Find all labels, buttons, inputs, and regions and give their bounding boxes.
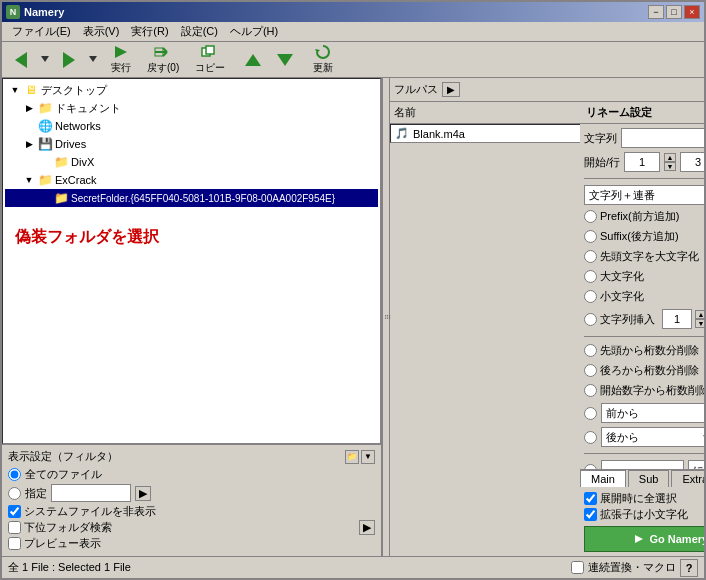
networks-icon: 🌐	[37, 118, 53, 134]
radio-from-back[interactable]	[584, 431, 597, 444]
checkbox-ext[interactable]	[584, 508, 597, 521]
checkbox-system-files[interactable]	[8, 505, 21, 518]
filter-icons: 📁 ▼	[345, 450, 375, 464]
expand-documents[interactable]: ▶	[21, 100, 37, 116]
checkbox-expand[interactable]	[584, 492, 597, 505]
insert-spin-up[interactable]: ▲	[695, 310, 704, 319]
tree-label-secret: SecretFolder.{645FF040-5081-101B-9F08-00…	[71, 193, 335, 204]
fullpath-label: フルパス	[394, 82, 438, 97]
tree-item-documents[interactable]: ▶ 📁 ドキュメント	[5, 99, 378, 117]
radio-from-front[interactable]	[584, 407, 597, 420]
expand-desktop[interactable]: ▼	[7, 82, 23, 98]
insert-spin-down[interactable]: ▼	[695, 319, 704, 328]
svg-marker-1	[41, 56, 49, 62]
replace-row: に置換	[584, 460, 704, 469]
filter-down-icon[interactable]: ▼	[361, 450, 375, 464]
subfolder-arrow[interactable]: ▶	[359, 520, 375, 535]
rename-header: リネーム設定 ×	[580, 102, 704, 124]
start-spin-down[interactable]: ▼	[664, 162, 676, 171]
radio-all-files[interactable]	[8, 468, 21, 481]
specify-input[interactable]	[51, 484, 131, 502]
down-button[interactable]	[270, 45, 300, 75]
menu-file[interactable]: ファイル(E)	[6, 23, 77, 40]
expand-excrack[interactable]: ▼	[21, 172, 37, 188]
insert-pos-input[interactable]	[662, 309, 692, 329]
replace-select[interactable]: に置換	[688, 460, 704, 469]
radio-del-head-input[interactable]	[584, 344, 597, 357]
tree-item-networks[interactable]: 🌐 Networks	[5, 117, 378, 135]
fullpath-row: フルパス ▶ 全選択	[390, 78, 704, 102]
drives-icon: 💾	[37, 136, 53, 152]
radio-upper: 大文字化	[584, 269, 704, 284]
center-divider[interactable]: ⠿	[382, 78, 390, 556]
execute-button[interactable]: 実行	[108, 41, 134, 78]
expand-networks[interactable]	[21, 118, 37, 134]
tree-item-drives[interactable]: ▶ 💾 Drives	[5, 135, 378, 153]
forward-button[interactable]	[54, 45, 84, 75]
continuous-replace-checkbox[interactable]	[571, 561, 584, 574]
tree-item-desktop[interactable]: ▼ 🖥 デスクトップ	[5, 81, 378, 99]
checkbox-preview[interactable]	[8, 537, 21, 550]
copy-button[interactable]: コピー	[192, 41, 228, 78]
tree-item-divx[interactable]: 📁 DivX	[5, 153, 378, 171]
file-tree[interactable]: ▼ 🖥 デスクトップ ▶ 📁 ドキュメント 🌐 Networks	[2, 78, 381, 444]
radio-suffix-input[interactable]	[584, 230, 597, 243]
divx-icon: 📁	[53, 154, 69, 170]
radio-del-tail-input[interactable]	[584, 364, 597, 377]
middle-panel: 名前 🎵 Blank.m4a リネーム設定 ×	[390, 102, 704, 556]
radio-del-num-input[interactable]	[584, 384, 597, 397]
checkbox-subfolder[interactable]	[8, 521, 21, 534]
menu-settings[interactable]: 設定(C)	[175, 23, 224, 40]
from-back-select[interactable]: 後から	[601, 427, 704, 447]
back-button[interactable]	[6, 45, 36, 75]
help-button[interactable]: ?	[680, 559, 698, 577]
tree-item-excrack[interactable]: ▼ 📁 ExCrack	[5, 171, 378, 189]
tree-item-secret[interactable]: 📁 SecretFolder.{645FF040-5081-101B-9F08-…	[5, 189, 378, 207]
menu-run[interactable]: 実行(R)	[125, 23, 174, 40]
file-item-blank-m4a[interactable]: 🎵 Blank.m4a	[391, 125, 589, 142]
checkbox-expand-select: 展開時に全選択	[584, 491, 704, 506]
radio-lower-input[interactable]	[584, 290, 597, 303]
return-button[interactable]: 戻す(0)	[144, 41, 182, 78]
return-label: 戻す(0)	[147, 61, 179, 75]
tree-label-drives: Drives	[55, 138, 86, 150]
start-input[interactable]	[624, 152, 660, 172]
back-dropdown[interactable]	[38, 53, 52, 67]
expand-divx[interactable]	[37, 154, 53, 170]
checkbox-ext-lower: 拡張子は小文字化	[584, 507, 704, 522]
menu-view[interactable]: 表示(V)	[77, 23, 126, 40]
fullpath-arrow-btn[interactable]: ▶	[442, 82, 460, 97]
start-row: 開始/行 ▲ ▼ ▲ ▼	[584, 152, 704, 172]
from-front-select[interactable]: 前から	[601, 403, 704, 423]
specify-arrow[interactable]: ▶	[135, 486, 151, 501]
row-input[interactable]	[680, 152, 704, 172]
forward-dropdown[interactable]	[86, 53, 100, 67]
maximize-button[interactable]: □	[666, 5, 682, 19]
refresh-button[interactable]: 更新	[310, 41, 336, 78]
all-files-label: 全てのファイル	[25, 467, 102, 482]
file-list: 🎵 Blank.m4a	[390, 124, 590, 143]
tab-sub[interactable]: Sub	[628, 470, 670, 487]
start-spin-up[interactable]: ▲	[664, 153, 676, 162]
tab-extra[interactable]: Extra	[671, 470, 704, 487]
tab-main[interactable]: Main	[580, 470, 626, 488]
rename-content: 文字列 開始/行 ▲ ▼	[580, 124, 704, 469]
close-button[interactable]: ×	[684, 5, 700, 19]
radio-specify[interactable]	[8, 487, 21, 500]
title-controls: − □ ×	[648, 5, 700, 19]
insert-spin: ▲ ▼	[695, 310, 704, 328]
radio-prefix-input[interactable]	[584, 210, 597, 223]
filter-folder-icon[interactable]: 📁	[345, 450, 359, 464]
replace-input[interactable]	[601, 460, 684, 469]
radio-upper-input[interactable]	[584, 270, 597, 283]
radio-cap-first-input[interactable]	[584, 250, 597, 263]
go-button[interactable]: Go Namery!!	[584, 526, 704, 552]
mode-select[interactable]: 文字列＋連番 Prefix(前方追加) Suffix(後方追加)	[584, 185, 704, 205]
up-button[interactable]	[238, 45, 268, 75]
radio-insert-input[interactable]	[584, 313, 597, 326]
expand-secret[interactable]	[37, 190, 53, 206]
minimize-button[interactable]: −	[648, 5, 664, 19]
expand-drives[interactable]: ▶	[21, 136, 37, 152]
menu-help[interactable]: ヘルプ(H)	[224, 23, 284, 40]
string-select[interactable]	[621, 128, 704, 148]
